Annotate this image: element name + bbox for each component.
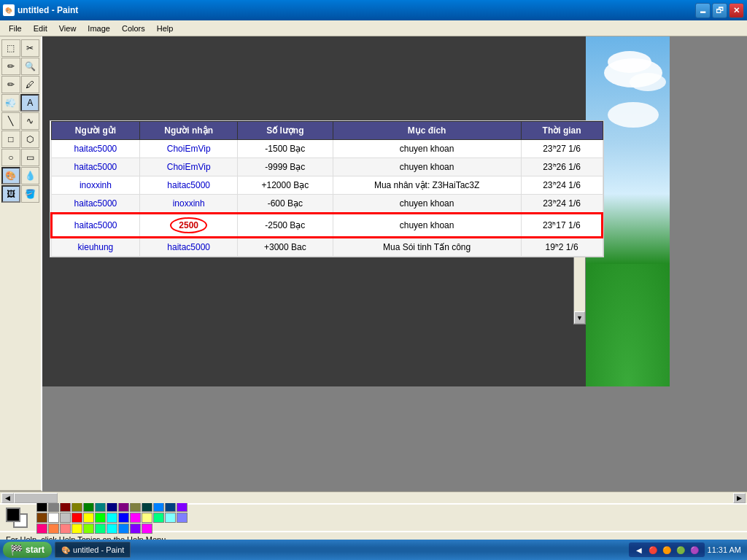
color-swatch[interactable] (36, 502, 47, 512)
table-row: haitac50002500-2500 Bạcchuyen khoan23ʰ17… (51, 213, 603, 238)
sys-tray: ◀ 🔴 🟠 🟢 🟣 (629, 542, 705, 557)
color-swatch[interactable] (71, 513, 82, 523)
menu-file[interactable]: File (3, 23, 28, 34)
color-swatch[interactable] (95, 524, 106, 534)
cell-purpose: Mua Sói tinh Tấn công (333, 238, 521, 257)
color-swatch[interactable] (107, 524, 117, 534)
color-swatch[interactable] (177, 502, 187, 512)
color-swatch[interactable] (107, 502, 117, 512)
polygon-tool[interactable]: ⬡ (21, 131, 40, 148)
paint-taskbar-item[interactable]: 🎨 untitled - Paint (55, 542, 131, 558)
cell-receiver: ChoiEmVip (140, 158, 238, 176)
paint-taskbar-label: untitled - Paint (73, 545, 124, 554)
menu-image[interactable]: Image (82, 23, 116, 34)
cell-sender: inoxxinh (51, 176, 140, 195)
roundrect-tool[interactable]: ▭ (21, 149, 40, 166)
tool-row-1: ⬚ ✂ (1, 39, 39, 57)
menu-edit[interactable]: Edit (28, 23, 53, 34)
color-swatch[interactable] (118, 502, 129, 512)
col-time: Thời gian (521, 122, 603, 140)
fill-tool[interactable]: 🎨 (1, 167, 20, 184)
line-tool[interactable]: ╲ (1, 112, 20, 130)
pencil-tool[interactable]: ✏ (1, 76, 20, 93)
paint-icon: 🎨 (3, 4, 15, 16)
color-swatch[interactable] (83, 502, 94, 512)
color-swatch[interactable] (60, 502, 71, 512)
text-tool[interactable]: A (20, 94, 39, 112)
color-swatch[interactable] (60, 513, 71, 523)
color-swatch[interactable] (118, 524, 129, 534)
dropper-tool[interactable]: 💧 (21, 167, 39, 184)
table-row: haitac5000ChoiEmVip-9999 Bạcchuyen khoan… (51, 158, 603, 176)
freeselect-tool[interactable]: ✂ (21, 39, 40, 57)
restore-button[interactable]: 🗗 (712, 3, 727, 18)
color-swatch[interactable] (130, 502, 141, 512)
color-swatch[interactable] (165, 513, 176, 523)
paint-tool[interactable]: 🪣 (21, 185, 39, 203)
color-swatch[interactable] (36, 513, 47, 523)
color-swatch[interactable] (107, 513, 117, 523)
curve-tool[interactable]: ∿ (21, 112, 40, 130)
cell-receiver: haitac5000 (140, 238, 238, 257)
color-swatch[interactable] (95, 502, 106, 512)
eraser-tool[interactable]: ✏ (1, 58, 20, 75)
table-row: inoxxinhhaitac5000+12000 BạcMua nhân vật… (51, 176, 603, 195)
menu-view[interactable]: View (53, 23, 82, 34)
color-swatch[interactable] (83, 513, 94, 523)
color-swatch[interactable] (118, 513, 129, 523)
scroll-left-btn[interactable]: ◀ (1, 493, 14, 503)
palette-colors (36, 502, 190, 534)
color-swatch[interactable] (142, 513, 152, 523)
close-button[interactable]: ✕ (729, 3, 744, 18)
select-tool[interactable]: ⬚ (1, 39, 20, 57)
color-swatch[interactable] (130, 524, 141, 534)
cloud-3 (630, 73, 666, 91)
hscroll-thumb[interactable] (14, 493, 58, 503)
cell-receiver: haitac5000 (140, 176, 238, 195)
color-swatch[interactable] (95, 513, 106, 523)
zoom-tool[interactable]: 🔍 (21, 58, 40, 75)
cell-time: 23ʰ24 1/6 (521, 176, 603, 195)
foreground-color[interactable] (6, 508, 20, 522)
ellipse-tool[interactable]: ○ (1, 149, 20, 166)
sys-tray-sound: 🟠 (661, 544, 673, 556)
hscroll-track (14, 493, 733, 503)
clock: 11:31 AM (708, 545, 741, 554)
color-swatch[interactable] (48, 524, 59, 534)
minimize-button[interactable]: 🗕 (695, 3, 711, 18)
start-button[interactable]: 🏁 start (3, 542, 52, 558)
hscroll-bar[interactable]: ◀ ▶ (0, 491, 747, 503)
color-swatch[interactable] (130, 513, 141, 523)
cell-purpose: Mua nhân vật: Z3HaiTac3Z (333, 176, 521, 195)
stamp-tool[interactable]: 🖼 (1, 185, 20, 203)
brush-tool[interactable]: 🖊 (21, 76, 40, 93)
airbrush-tool[interactable]: 💨 (1, 94, 20, 112)
color-swatch[interactable] (153, 502, 164, 512)
color-swatch[interactable] (48, 513, 59, 523)
color-swatch[interactable] (142, 502, 152, 512)
transaction-table: Người gửi Người nhận Số lượng Mục đích T… (50, 121, 603, 257)
rect-tool[interactable]: □ (1, 131, 20, 148)
scroll-down-btn[interactable]: ▼ (574, 311, 585, 324)
cell-time: 23ʰ24 1/6 (521, 195, 603, 214)
color-swatch[interactable] (165, 502, 176, 512)
menu-colors[interactable]: Colors (116, 23, 151, 34)
color-swatch[interactable] (71, 502, 82, 512)
color-swatch[interactable] (36, 524, 47, 534)
color-swatch[interactable] (48, 502, 59, 512)
sys-tray-arrow[interactable]: ◀ (633, 544, 645, 556)
color-swatch[interactable] (177, 513, 187, 523)
tool-row-8: 🎨 💧 (1, 167, 39, 184)
menu-help[interactable]: Help (151, 23, 179, 34)
scroll-right-btn[interactable]: ▶ (733, 493, 746, 503)
canvas-wrapper[interactable]: ▲ ▼ Người gửi Người nhận Số lượng Mục đí… (42, 36, 747, 491)
color-swatch[interactable] (83, 524, 94, 534)
color-swatch[interactable] (153, 513, 164, 523)
color-swatch[interactable] (71, 524, 82, 534)
color-swatch[interactable] (142, 524, 152, 534)
sys-tray-net: 🔴 (647, 544, 659, 556)
cell-sender: haitac5000 (51, 195, 140, 214)
tool-row-5: ╲ ∿ (1, 112, 39, 130)
table-row: haitac5000inoxxinh-600 Bạcchuyen khoan23… (51, 195, 603, 214)
color-swatch[interactable] (60, 524, 71, 534)
